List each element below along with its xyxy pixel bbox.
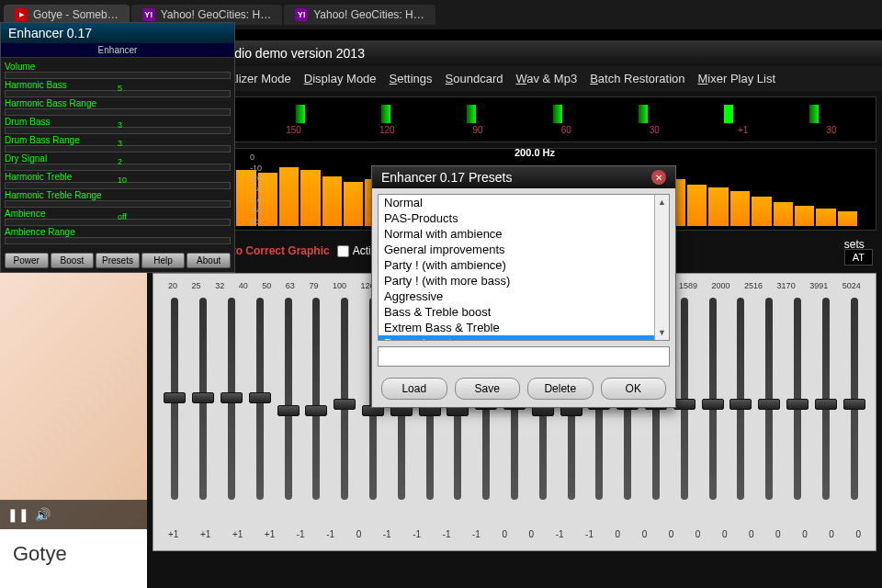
- ok-button[interactable]: OK: [601, 378, 667, 400]
- enhancer-window: Enhancer 0.17 Enhancer VolumeHarmonic Ba…: [0, 22, 235, 273]
- preset-item[interactable]: Party ! (with more bass): [379, 273, 669, 288]
- enhancer-control-label: Harmonic Bass Range: [5, 98, 231, 108]
- preset-item[interactable]: General improvements: [379, 242, 669, 257]
- level-meter: 180150 12090 6030 +130: [153, 96, 876, 142]
- enhancer-slider[interactable]: 10: [5, 182, 231, 189]
- preset-item[interactable]: Aggressive: [379, 288, 669, 304]
- delete-button[interactable]: Delete: [527, 378, 594, 400]
- eq-slider[interactable]: [163, 298, 187, 518]
- db-value: 0: [616, 529, 621, 539]
- db-value: 0: [502, 529, 507, 539]
- video-controls: ❚❚ 🔊: [0, 500, 147, 529]
- spectrum-bar: [279, 167, 299, 226]
- eq-slider[interactable]: [700, 298, 725, 518]
- scrollbar[interactable]: ▲ ▼: [654, 195, 669, 340]
- preset-list[interactable]: NormalPAS-ProductsNormal with ambienceGe…: [378, 194, 670, 341]
- app-title: Equalizer Studio demo version 2013: [147, 40, 882, 66]
- freq-label: 63: [286, 281, 295, 290]
- enhancer-slider[interactable]: [5, 237, 231, 244]
- preset-item[interactable]: Bass & Treble boost: [379, 304, 669, 320]
- enhancer-slider[interactable]: off: [5, 219, 231, 226]
- preset-item[interactable]: Normal: [379, 195, 669, 210]
- spectrum-bar: [322, 176, 342, 226]
- eq-slider[interactable]: [842, 298, 866, 518]
- spectrum-bar: [795, 206, 814, 226]
- enhancer-control-label: Harmonic Treble Range: [5, 190, 231, 200]
- preset-name-input[interactable]: [378, 346, 670, 367]
- preset-item[interactable]: Normal with ambience: [379, 226, 669, 242]
- enhancer-control: Dry Signal2: [5, 153, 231, 171]
- dialog-title-bar[interactable]: Enhancer 0.17 Presets ✕: [372, 166, 675, 188]
- spectrum-bar: [344, 182, 363, 226]
- video-frame[interactable]: ❚❚ 🔊: [0, 244, 147, 529]
- enhancer-header: Enhancer: [1, 43, 234, 58]
- yahoo-icon: Y!: [142, 8, 155, 21]
- eq-slider[interactable]: [729, 298, 753, 518]
- enhancer-title[interactable]: Enhancer 0.17: [1, 23, 234, 43]
- eq-slider[interactable]: [191, 298, 216, 518]
- enhancer-slider[interactable]: 3: [5, 127, 231, 134]
- enhancer-slider-value: 3: [118, 120, 122, 130]
- db-value: 0: [775, 529, 781, 539]
- enhancer-slider[interactable]: 5: [5, 90, 231, 97]
- preset-item[interactable]: Drums boost: [379, 335, 669, 341]
- eq-slider[interactable]: [220, 298, 244, 518]
- enhancer-control-label: Ambience Range: [5, 227, 231, 237]
- spectrum-bar: [730, 191, 750, 226]
- enhancer-control: Harmonic Bass5: [5, 80, 231, 97]
- enhancer-slider[interactable]: [5, 200, 231, 208]
- save-button[interactable]: Save: [455, 378, 521, 400]
- db-values: +1+1+1+1-1-10-1-1-1-100-1-10000000000: [157, 526, 872, 543]
- eq-slider[interactable]: [786, 298, 810, 518]
- tab-yahoo-2[interactable]: Y! Yahoo! GeoCities: H…: [284, 5, 435, 25]
- freq-label: 40: [239, 281, 248, 290]
- scroll-up-icon[interactable]: ▲: [655, 195, 669, 209]
- menu-mixer-playlist[interactable]: Mixer Play List: [695, 70, 780, 87]
- db-value: -1: [585, 529, 594, 539]
- load-button[interactable]: Load: [381, 378, 447, 400]
- enhancer-control: Harmonic Treble10: [5, 172, 231, 189]
- activate-checkbox[interactable]: [337, 245, 349, 257]
- enh-presets-button[interactable]: Presets: [96, 253, 140, 268]
- menu-display-mode[interactable]: Display Mode: [300, 70, 380, 87]
- close-icon[interactable]: ✕: [651, 170, 666, 185]
- freq-label: 3170: [777, 281, 796, 290]
- eq-slider[interactable]: [757, 298, 782, 518]
- eq-slider[interactable]: [276, 298, 300, 518]
- enhancer-slider[interactable]: 2: [5, 164, 231, 171]
- eq-slider[interactable]: [813, 298, 838, 518]
- enh-about-button[interactable]: About: [187, 253, 231, 268]
- menu-soundcard[interactable]: Soundcard: [442, 70, 507, 87]
- preset-item[interactable]: Party ! (with ambience): [379, 257, 669, 273]
- menu-wav-mp3[interactable]: Wav & Mp3: [512, 70, 581, 87]
- eq-slider[interactable]: [247, 298, 272, 518]
- preset-item[interactable]: PAS-Products: [379, 210, 669, 226]
- db-value: 0: [829, 529, 834, 539]
- volume-icon[interactable]: 🔊: [35, 507, 51, 522]
- enhancer-slider-value: 2: [118, 157, 122, 166]
- enhancer-control: Volume: [5, 62, 231, 79]
- enhancer-slider-value: 3: [118, 139, 122, 148]
- freq-label: 32: [215, 281, 224, 290]
- enh-help-button[interactable]: Help: [141, 253, 186, 268]
- enhancer-slider[interactable]: 3: [5, 145, 231, 153]
- enhancer-slider-value: 5: [118, 84, 122, 93]
- enh-boost-button[interactable]: Boost: [51, 253, 95, 268]
- enhancer-slider-value: off: [118, 212, 127, 221]
- db-value: +1: [200, 529, 210, 539]
- eq-slider[interactable]: [304, 298, 329, 518]
- pause-icon[interactable]: ❚❚: [7, 507, 29, 522]
- enhancer-slider[interactable]: [5, 108, 231, 116]
- preset-item[interactable]: Extrem Bass & Treble: [379, 320, 669, 335]
- spectrum-bar: [708, 187, 728, 226]
- enh-power-button[interactable]: Power: [5, 253, 49, 268]
- menu-settings[interactable]: Settings: [386, 70, 436, 87]
- dialog-title: Enhancer 0.17 Presets: [381, 170, 512, 185]
- enhancer-slider[interactable]: [5, 72, 231, 79]
- scroll-down-icon[interactable]: ▼: [655, 325, 669, 340]
- menu-batch-restoration[interactable]: Batch Restoration: [586, 70, 688, 87]
- youtube-icon: [15, 8, 28, 21]
- freq-label: 2516: [744, 281, 763, 290]
- eq-slider[interactable]: [333, 298, 357, 518]
- db-value: 0: [356, 529, 362, 539]
